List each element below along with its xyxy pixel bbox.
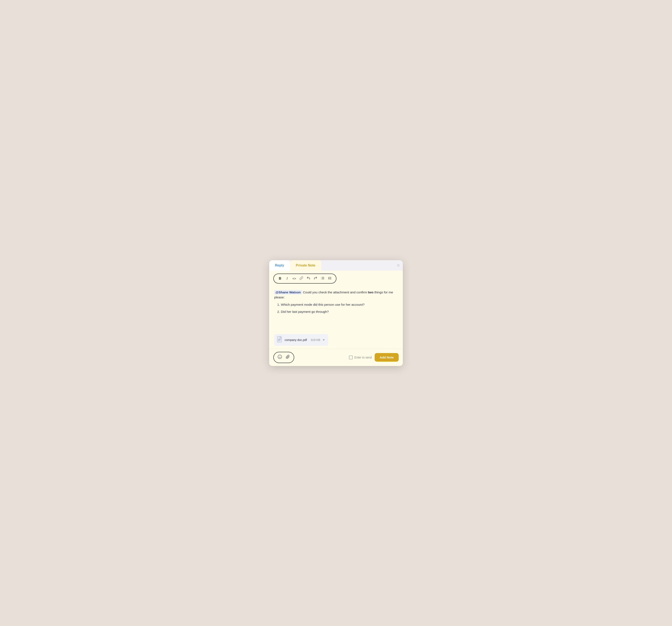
emoji-icon: [278, 354, 282, 360]
attach-icon: [286, 355, 290, 360]
page-wrapper: Reply Private Note ⊡ B I <>: [0, 0, 672, 626]
toolbar-pill: B I <>: [273, 274, 336, 283]
redo-icon: [314, 276, 317, 281]
add-note-button[interactable]: Add Note: [375, 353, 399, 361]
remove-file-button[interactable]: ×: [322, 338, 325, 342]
bold-icon: B: [279, 277, 281, 280]
enter-to-send: Enter to send: [349, 356, 372, 359]
undo-button[interactable]: [305, 275, 312, 282]
bottom-right: Enter to send Add Note: [349, 353, 399, 361]
message-list: Which payment mode did this person use f…: [274, 302, 398, 314]
expand-button[interactable]: ⊡: [394, 260, 403, 271]
composer-card: Reply Private Note ⊡ B I <>: [269, 260, 403, 366]
expand-icon: ⊡: [397, 264, 400, 267]
attachment-row: company doc.pdf 319 KB ×: [269, 332, 403, 349]
bottom-left-pill: [273, 352, 294, 363]
list-item-1: Which payment mode did this person use f…: [281, 302, 398, 307]
code-icon: <>: [292, 277, 296, 280]
svg-point-13: [278, 355, 282, 359]
attach-button[interactable]: [284, 353, 292, 361]
file-icon: [277, 336, 283, 344]
code-button[interactable]: <>: [291, 275, 297, 282]
list-item-2: Did her last payment go through?: [281, 309, 398, 314]
bottom-bar: Enter to send Add Note: [269, 349, 403, 366]
file-size: 319 KB: [311, 338, 320, 342]
italic-button[interactable]: I: [284, 275, 290, 282]
tab-reply[interactable]: Reply: [269, 260, 290, 271]
unordered-list-button[interactable]: [319, 275, 326, 282]
message-text-part1: Could you check the attachment and confi…: [302, 291, 368, 294]
message-first-line: @Shane Watson Could you check the attach…: [274, 290, 398, 300]
ordered-list-button[interactable]: [327, 275, 333, 282]
italic-icon: I: [287, 277, 288, 280]
emoji-button[interactable]: [276, 353, 284, 361]
redo-button[interactable]: [312, 275, 319, 282]
message-bold-word: two: [368, 291, 374, 294]
enter-to-send-checkbox[interactable]: [349, 356, 353, 359]
attachment-chip: company doc.pdf 319 KB ×: [274, 334, 328, 346]
enter-to-send-label: Enter to send: [354, 356, 372, 359]
mention-tag: @Shane Watson: [274, 290, 302, 295]
bold-button[interactable]: B: [277, 275, 283, 282]
ordered-list-icon: [328, 276, 332, 281]
link-icon: [299, 276, 303, 281]
undo-icon: [307, 276, 310, 281]
toolbar: B I <>: [269, 271, 403, 286]
tab-spacer: [321, 260, 394, 271]
message-area[interactable]: @Shane Watson Could you check the attach…: [269, 286, 403, 332]
tabs-row: Reply Private Note ⊡: [269, 260, 403, 271]
file-name: company doc.pdf: [285, 338, 307, 342]
content-area: B I <>: [269, 271, 403, 366]
tab-private-note[interactable]: Private Note: [290, 260, 321, 271]
link-button[interactable]: [298, 275, 305, 282]
unordered-list-icon: [321, 276, 325, 281]
